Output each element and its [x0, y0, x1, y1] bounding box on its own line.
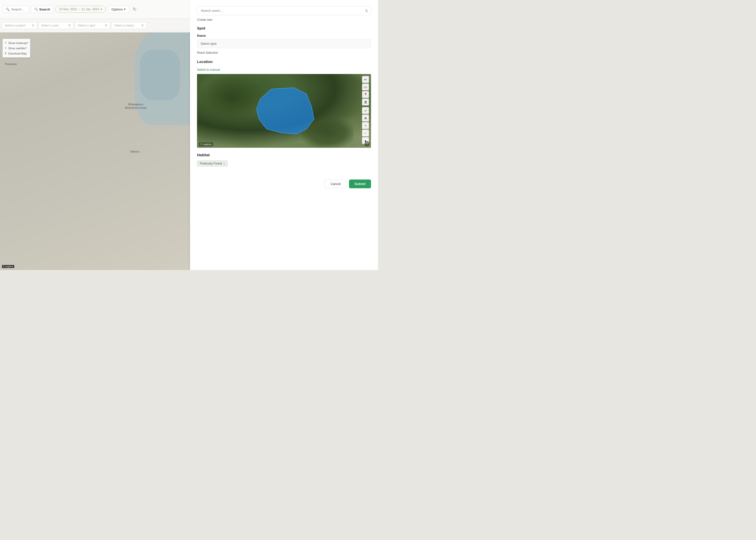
pencil-icon: ✏	[364, 78, 367, 81]
date-range-button[interactable]: 22 Dec, 2022 → 21 Jan, 2023 ▾	[55, 6, 105, 13]
habitat-tag-container: Podocarp Forest ×	[197, 161, 371, 167]
expand-icon: ⤢	[364, 109, 367, 112]
panel-map[interactable]: ✏ ▭ 📍 🗑 ⤢ ⊕ +	[197, 74, 371, 148]
habitat-tag: Podocarp Forest ×	[197, 161, 228, 167]
name-label: Name	[197, 34, 371, 38]
svg-marker-0	[257, 88, 314, 134]
crosshair-icon: ⊕	[364, 116, 367, 120]
info-icon: ⓘ	[366, 142, 368, 146]
map-background: 🔍 🔍 Search 22 Dec, 2022 → 21 Jan, 2023 ▾…	[0, 0, 190, 270]
habitat-section: Habitat Podocarp Forest ×	[197, 153, 371, 167]
habitat-section-title: Habitat	[197, 153, 371, 157]
habitat-tag-remove-button[interactable]: ×	[223, 162, 225, 165]
project-filter[interactable]: Select a project ⇅	[2, 22, 37, 29]
chevron-down-icon: ▾	[124, 8, 125, 11]
mapbox-logo: © mapbox	[199, 143, 213, 146]
filter-row: Select a project ⇅ Select a user ⇅ Selec…	[0, 19, 190, 33]
location-section: Location Switch to manual ✏ ▭	[197, 60, 371, 148]
right-panel: ⇅ Create new Spot Name Reset Selection L…	[190, 0, 378, 270]
topbar: 🔍 🔍 Search 22 Dec, 2022 → 21 Jan, 2023 ▾…	[0, 0, 190, 19]
mapbox-logo-text: © mapbox	[200, 143, 212, 146]
spot-filter[interactable]: Select a spot ⇅	[75, 22, 110, 29]
chevron-up-down-icon: ⇅	[141, 24, 144, 27]
show-satellite-toggle[interactable]: ✕ Show satellite?	[5, 46, 28, 50]
delete-tool-button[interactable]: 🗑	[362, 98, 369, 105]
expand-tool-button[interactable]: ⤢	[362, 107, 369, 114]
zoom-out-button[interactable]: −	[362, 129, 369, 137]
plus-icon: +	[364, 124, 366, 127]
locate-tool-button[interactable]: ⊕	[362, 114, 369, 121]
refresh-icon: ↻	[133, 7, 137, 12]
spot-section-title: Spot	[197, 26, 371, 30]
create-new-link[interactable]: Create new	[197, 18, 212, 22]
habitat-tag-label: Podocarp Forest	[200, 162, 222, 165]
mapbox-logo-main: © mapbox	[2, 265, 14, 268]
reset-selection-link[interactable]: Reset Selection	[197, 51, 218, 55]
chevron-up-down-icon: ⇅	[105, 24, 107, 27]
chevron-down-icon: ▾	[100, 8, 102, 11]
pin-tool-button[interactable]: 📍	[362, 91, 369, 98]
location-section-title: Location	[197, 60, 371, 64]
submit-button[interactable]: Submit	[349, 180, 371, 188]
user-search-input[interactable]	[197, 6, 371, 15]
rectangle-icon: ▭	[364, 85, 367, 89]
blue-polygon-area	[197, 74, 371, 148]
map-info-button[interactable]: ⓘ	[364, 141, 369, 146]
rectangle-tool-button[interactable]: ▭	[362, 83, 369, 90]
spot-name-input[interactable]	[197, 39, 371, 48]
chevron-up-down-icon: ⇅	[32, 24, 34, 27]
user-filter[interactable]: Select a user ⇅	[39, 22, 73, 29]
map-controls: ✕ Show heatmap? ✕ Show satellite? ⬇ Down…	[3, 39, 30, 58]
chevron-updown-icon: ⇅	[365, 9, 368, 13]
trash-icon: 🗑	[364, 100, 367, 104]
search-button[interactable]: 🔍 Search	[31, 6, 53, 13]
chevron-up-down-icon: ⇅	[68, 24, 71, 27]
refresh-button[interactable]: ↻	[131, 5, 138, 14]
options-button[interactable]: Options ▾	[108, 6, 129, 13]
map-toolbar: ✏ ▭ 📍 🗑 ⤢ ⊕ +	[362, 76, 369, 144]
download-map-button[interactable]: ⬇ Download Map	[5, 51, 28, 56]
spot-section: Spot Name Reset Selection	[197, 26, 371, 60]
map-label-punaruku: Punaruku	[5, 63, 17, 66]
map-label-whangaruru: WhangaruruBeachfront Camp	[125, 102, 147, 110]
draw-tool-button[interactable]: ✏	[362, 76, 369, 83]
status-filter[interactable]: Select a status ⇅	[111, 22, 147, 29]
cancel-button[interactable]: Cancel	[325, 180, 346, 188]
user-search-wrap: ⇅	[197, 6, 371, 15]
search-input[interactable]	[11, 8, 26, 11]
show-heatmap-toggle[interactable]: ✕ Show heatmap?	[5, 41, 28, 45]
panel-footer: Cancel Submit	[197, 176, 371, 188]
zoom-in-button[interactable]: +	[362, 122, 369, 129]
search-input-wrap[interactable]: 🔍	[3, 6, 29, 13]
map-label-oakura: Oakura	[130, 150, 139, 153]
pin-icon: 📍	[363, 93, 367, 96]
minus-icon: −	[364, 131, 366, 135]
switch-to-manual-link[interactable]: Switch to manual	[197, 68, 220, 71]
map-area: 🔍 🔍 Search 22 Dec, 2022 → 21 Jan, 2023 ▾…	[0, 0, 190, 270]
